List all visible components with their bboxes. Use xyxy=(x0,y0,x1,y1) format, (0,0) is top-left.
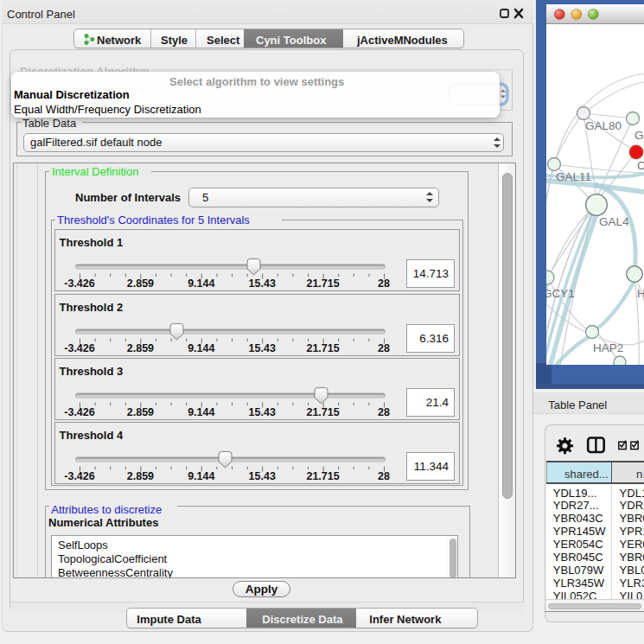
svg-text:GAL11: GAL11 xyxy=(556,170,591,183)
svg-text:GA: GA xyxy=(634,129,644,142)
svg-text:GAL4: GAL4 xyxy=(599,215,629,228)
svg-text:C: C xyxy=(637,159,644,172)
svg-text:HAP2: HAP2 xyxy=(593,341,623,354)
svg-text:H: H xyxy=(637,287,644,300)
svg-text:GAL80: GAL80 xyxy=(585,119,622,132)
svg-text:GCY1: GCY1 xyxy=(546,287,575,300)
